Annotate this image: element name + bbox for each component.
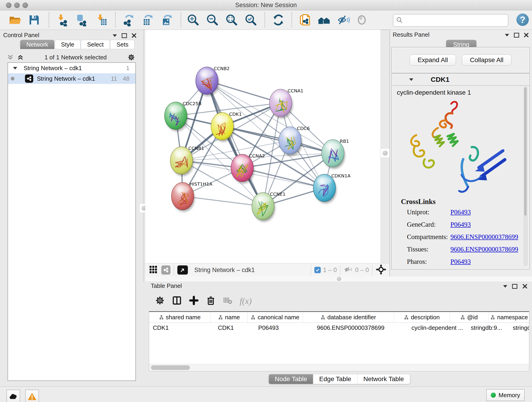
memory-button[interactable]: Memory <box>486 389 525 401</box>
cloud-icon[interactable] <box>6 390 20 402</box>
table-cell[interactable]: stringdb:9... <box>467 323 509 333</box>
network-edge[interactable] <box>207 81 263 206</box>
right-splitter-handle[interactable] <box>380 148 390 158</box>
collapse-all-button[interactable]: Collapse All <box>462 55 511 65</box>
float-panel-icon[interactable] <box>514 33 519 38</box>
zoom-selected-icon[interactable] <box>244 13 258 27</box>
zoom-in-icon[interactable] <box>186 13 200 27</box>
crosslink-link[interactable]: P06493 <box>450 221 471 228</box>
tab-network-table[interactable]: Network Table <box>357 374 410 384</box>
table-hscrollbar-thumb[interactable] <box>151 365 190 370</box>
zoom-fit-icon[interactable] <box>225 13 238 27</box>
panel-menu-icon[interactable] <box>113 34 117 37</box>
expand-all-icon[interactable] <box>17 54 24 61</box>
float-panel-icon[interactable] <box>122 33 127 38</box>
network-options-gear-icon[interactable] <box>127 53 135 61</box>
string-home-icon[interactable] <box>317 13 331 27</box>
table-row[interactable]: CDK1CDK1P064939606.ENSP00000378699cyclin… <box>149 323 529 333</box>
delete-column-icon[interactable] <box>206 295 216 306</box>
column-header-shared-name[interactable]: shared name <box>149 312 211 322</box>
crosslink-link[interactable]: 9606.ENSP00000378699 <box>450 233 518 241</box>
table-cell[interactable]: CDK1 <box>214 323 254 333</box>
column-header-canonical-name[interactable]: canonical name <box>248 312 303 322</box>
toolbar-separator <box>264 12 265 27</box>
create-column-icon[interactable] <box>189 295 199 306</box>
table-cell[interactable]: 9606.ENSP00000378699 <box>313 323 408 333</box>
network-collection-row[interactable]: String Network – cdk1 1 <box>8 63 135 73</box>
network-node-CDK1[interactable]: CDK1 <box>211 111 242 142</box>
horizontal-splitter-handle[interactable] <box>337 277 341 281</box>
network-row-selected[interactable]: String Network – cdk1 11 48 <box>8 73 135 84</box>
column-header-database-identifier[interactable]: database identifier <box>303 312 394 322</box>
refresh-icon[interactable] <box>272 13 285 27</box>
tab-node-table[interactable]: Node Table <box>269 374 313 384</box>
table-cell[interactable]: P06493 <box>254 323 313 333</box>
close-panel-icon[interactable] <box>524 31 529 39</box>
open-session-icon[interactable] <box>8 13 22 27</box>
network-document-icon[interactable] <box>298 13 312 27</box>
panel-menu-icon[interactable] <box>505 34 509 36</box>
tab-sets[interactable]: Sets <box>110 40 134 49</box>
show-columns-icon[interactable] <box>172 295 182 306</box>
left-splitter[interactable] <box>143 30 144 282</box>
column-header-namespace[interactable]: namespace <box>488 312 529 322</box>
tree-expander-icon[interactable] <box>13 67 17 70</box>
table-cell[interactable]: stringdb <box>509 323 529 333</box>
column-header--id[interactable]: @id <box>450 312 488 322</box>
table-cell[interactable]: CDK1 <box>149 323 214 333</box>
panel-menu-icon[interactable] <box>503 285 507 288</box>
import-table-icon[interactable] <box>95 13 108 27</box>
expand-all-button[interactable]: Expand All <box>410 55 456 65</box>
hidden-eye-slash-icon[interactable] <box>344 266 353 274</box>
network-node-CCNA1[interactable]: CCNA1 <box>269 88 303 119</box>
network-node-CCNE1[interactable]: CCNE1 <box>252 191 285 222</box>
network-node-CCNB1[interactable]: CCNB1 <box>170 146 204 176</box>
network-edge[interactable] <box>222 126 333 153</box>
close-panel-icon[interactable] <box>132 32 137 39</box>
tab-network[interactable]: Network <box>20 40 54 49</box>
tab-select[interactable]: Select <box>81 40 110 49</box>
table-options-gear-icon[interactable] <box>155 295 165 306</box>
network-node-CCNA2[interactable]: CCNA2 <box>231 153 265 184</box>
birds-eye-view-icon[interactable] <box>376 264 386 276</box>
collapse-protein-icon[interactable] <box>409 78 413 81</box>
network-node-CDKN1A[interactable]: CDKN1A <box>313 173 351 204</box>
network-canvas[interactable]: CCNB2CCNA1CDC25BCDK1CDC6RB1CCNB1CCNA2CDK… <box>145 30 380 263</box>
search-input[interactable] <box>405 15 505 25</box>
tab-style[interactable]: Style <box>55 40 80 49</box>
crosslink-link[interactable]: P06493 <box>450 258 471 265</box>
crosslink-link[interactable]: 9606.ENSP00000378699 <box>450 245 518 253</box>
results-scrollbar[interactable] <box>524 87 527 266</box>
view-grid-icon[interactable] <box>149 265 158 275</box>
save-session-icon[interactable] <box>27 13 41 27</box>
results-scrollbar-thumb[interactable] <box>524 87 526 216</box>
export-image-icon[interactable] <box>160 13 174 27</box>
column-header-description[interactable]: description <box>394 312 450 322</box>
zoom-out-icon[interactable] <box>206 13 219 27</box>
float-panel-icon[interactable] <box>512 284 517 289</box>
search-icon <box>396 17 403 24</box>
column-header-name[interactable]: name <box>211 312 248 322</box>
warning-icon[interactable] <box>25 390 39 402</box>
close-panel-icon[interactable] <box>522 282 527 290</box>
network-node-HIST1H1A[interactable]: HIST1H1A <box>171 181 212 212</box>
export-network-icon[interactable] <box>122 13 135 27</box>
collapse-all-icon[interactable] <box>7 54 14 61</box>
export-table-icon[interactable] <box>141 13 154 27</box>
show-eye-icon[interactable] <box>355 13 368 27</box>
selected-checkbox-icon[interactable] <box>314 267 321 273</box>
network-node-RB1[interactable]: RB1 <box>322 138 349 169</box>
tab-edge-table[interactable]: Edge Table <box>313 374 357 384</box>
table-hscrollbar[interactable] <box>149 364 529 371</box>
hide-glass-eye-icon[interactable] <box>337 13 350 27</box>
table-cell[interactable]: cyclin-dependent ... <box>408 323 467 333</box>
network-node-CDC6[interactable]: CDC6 <box>279 126 310 156</box>
open-in-window-icon[interactable] <box>177 265 188 274</box>
network-type-share-icon[interactable] <box>161 265 171 274</box>
import-network-icon[interactable] <box>56 13 69 27</box>
crosslink-link[interactable]: P06493 <box>450 208 471 216</box>
network-node-CCNB2[interactable]: CCNB2 <box>196 66 230 96</box>
help-icon[interactable]: ? <box>516 13 529 26</box>
horizontal-splitter[interactable] <box>145 276 532 281</box>
import-database-icon[interactable] <box>75 13 88 27</box>
